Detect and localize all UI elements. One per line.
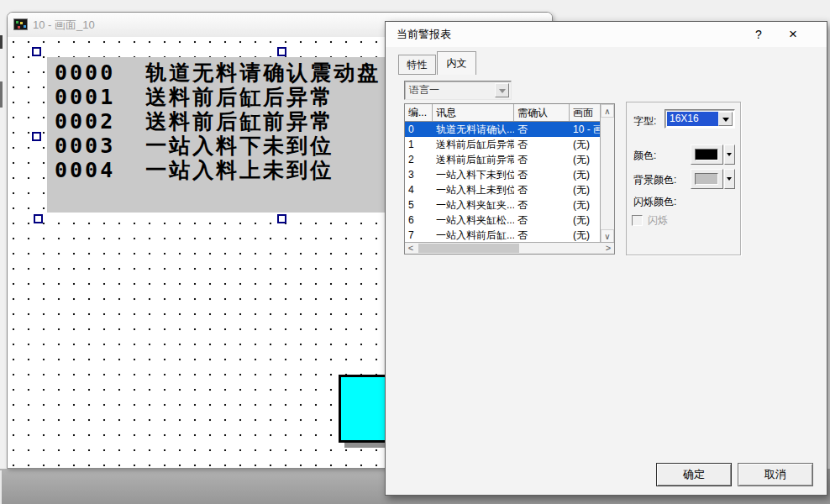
table-body: 0 轨道无料请确认... 否 10 - 画 1 送料前后缸后异常 否 (无) 2… xyxy=(405,122,600,243)
bg-color-label: 背景颜色: xyxy=(633,173,676,186)
alarm-table-dialog: 当前警报表 ? × 特性 内文 语言一 编... 讯息 需确认 画面 0 轨道无… xyxy=(385,21,827,496)
font-size-select[interactable]: 16X16 xyxy=(665,109,735,129)
blink-color-label: 闪烁颜色: xyxy=(633,195,676,208)
selection-handle[interactable] xyxy=(277,214,286,223)
cell-screen: (无) xyxy=(570,197,600,213)
cell-id: 7 xyxy=(405,228,433,243)
cell-message: 一站入料前后缸... xyxy=(433,228,514,243)
window-title: 10 - 画面_10 xyxy=(33,13,95,37)
col-header-ack[interactable]: 需确认 xyxy=(514,104,570,121)
table-row[interactable]: 0 轨道无料请确认... 否 10 - 画 xyxy=(405,122,600,137)
app-workspace: 10 - 画面_10 0000 轨道无料请确认震动盘 0001 送料前后缸后异常… xyxy=(0,0,830,504)
help-button[interactable]: ? xyxy=(749,22,769,47)
cell-id: 5 xyxy=(405,197,433,213)
cell-id: 4 xyxy=(405,182,433,197)
cell-ack: 否 xyxy=(514,182,570,197)
dialog-title: 当前警报表 xyxy=(397,22,451,47)
table-row[interactable]: 1 送料前后缸后异常 否 (无) xyxy=(405,137,600,152)
selection-handle[interactable] xyxy=(32,132,41,141)
text-color-button[interactable] xyxy=(691,144,723,165)
scroll-right-icon[interactable]: > xyxy=(602,243,614,254)
bg-color-button[interactable] xyxy=(691,169,723,189)
scrollbar-thumb[interactable] xyxy=(418,244,519,253)
cell-ack: 否 xyxy=(514,228,570,243)
font-label: 字型: xyxy=(633,114,656,128)
font-size-value: 16X16 xyxy=(667,112,718,126)
text-color-dropdown-button[interactable] xyxy=(724,144,735,165)
cell-message: 轨道无料请确认... xyxy=(433,122,514,137)
cell-message: 一站入料下未到位 xyxy=(433,167,514,182)
tab-content[interactable]: 内文 xyxy=(437,51,476,75)
cell-id: 6 xyxy=(405,213,433,228)
cell-id: 3 xyxy=(405,167,433,182)
cell-screen: (无) xyxy=(570,137,600,152)
cell-screen: (无) xyxy=(570,152,600,167)
cell-ack: 否 xyxy=(514,213,570,228)
language-value: 语言一 xyxy=(409,81,439,99)
table-row[interactable]: 6 一站入料夹缸松... 否 (无) xyxy=(405,213,600,228)
col-header-message[interactable]: 讯息 xyxy=(433,104,514,121)
chevron-down-icon[interactable] xyxy=(495,83,509,97)
table-row[interactable]: 7 一站入料前后缸... 否 (无) xyxy=(405,228,600,243)
table-row[interactable]: 4 一站入料上未到位 否 (无) xyxy=(405,182,600,197)
selection-handle[interactable] xyxy=(32,47,41,56)
cell-message: 一站入料夹缸松... xyxy=(433,213,514,228)
cell-ack: 否 xyxy=(514,197,570,213)
scroll-down-icon[interactable]: ∨ xyxy=(601,229,614,243)
cell-screen: (无) xyxy=(570,213,600,228)
text-color-swatch xyxy=(695,149,718,160)
blink-checkbox-label: 闪烁 xyxy=(648,213,668,227)
screen-edge-artifact xyxy=(0,35,3,49)
cell-id: 0 xyxy=(405,122,433,137)
chevron-down-icon[interactable] xyxy=(718,112,733,126)
ok-button[interactable]: 确定 xyxy=(656,463,732,486)
scroll-up-icon[interactable]: ∧ xyxy=(601,104,614,118)
screen-thumbnail-icon xyxy=(13,18,28,30)
bg-color-dropdown-button[interactable] xyxy=(724,169,735,189)
blink-checkbox[interactable] xyxy=(632,215,643,226)
table-row[interactable]: 5 一站入料夹缸夹... 否 (无) xyxy=(405,197,600,213)
cell-screen: (无) xyxy=(570,167,600,182)
language-select[interactable]: 语言一 xyxy=(404,81,512,100)
horizontal-scrollbar[interactable]: < > xyxy=(405,242,614,254)
message-table: 编... 讯息 需确认 画面 0 轨道无料请确认... 否 10 - 画 1 送… xyxy=(404,103,615,255)
screen-edge-artifact xyxy=(0,470,2,504)
table-row[interactable]: 3 一站入料下未到位 否 (无) xyxy=(405,167,600,182)
cell-message: 送料前后缸前异常 xyxy=(433,152,514,167)
cell-ack: 否 xyxy=(514,152,570,167)
cell-screen: (无) xyxy=(570,182,600,197)
col-header-screen[interactable]: 画面 xyxy=(570,104,600,121)
col-header-id[interactable]: 编... xyxy=(405,104,433,121)
cell-id: 2 xyxy=(405,152,433,167)
table-row[interactable]: 2 送料前后缸前异常 否 (无) xyxy=(405,152,600,167)
cell-screen: (无) xyxy=(570,228,600,243)
cell-ack: 否 xyxy=(514,167,570,182)
cell-ack: 否 xyxy=(514,122,570,137)
dialog-titlebar[interactable]: 当前警报表 ? × xyxy=(386,22,827,47)
cell-ack: 否 xyxy=(514,137,570,152)
cell-message: 送料前后缸后异常 xyxy=(433,137,514,152)
cell-screen: 10 - 画 xyxy=(570,122,600,137)
selection-handle[interactable] xyxy=(34,214,43,223)
tab-properties[interactable]: 特性 xyxy=(398,55,436,75)
close-button[interactable]: × xyxy=(780,22,806,47)
table-header: 编... 讯息 需确认 画面 xyxy=(405,104,600,122)
color-label: 颜色: xyxy=(633,149,656,162)
font-settings-group: 字型: 16X16 颜色: 背景颜色: 闪烁颜色: 闪烁 xyxy=(626,102,741,255)
cell-message: 一站入料上未到位 xyxy=(433,182,514,197)
cell-message: 一站入料夹缸夹... xyxy=(433,197,514,213)
selection-handle[interactable] xyxy=(277,47,286,56)
cell-id: 1 xyxy=(405,137,433,152)
bg-color-swatch xyxy=(695,173,718,185)
scroll-left-icon[interactable]: < xyxy=(405,243,417,254)
screen-edge-artifact xyxy=(0,81,3,108)
cancel-button[interactable]: 取消 xyxy=(738,463,813,486)
vertical-scrollbar[interactable]: ∧ ∨ xyxy=(600,104,614,243)
